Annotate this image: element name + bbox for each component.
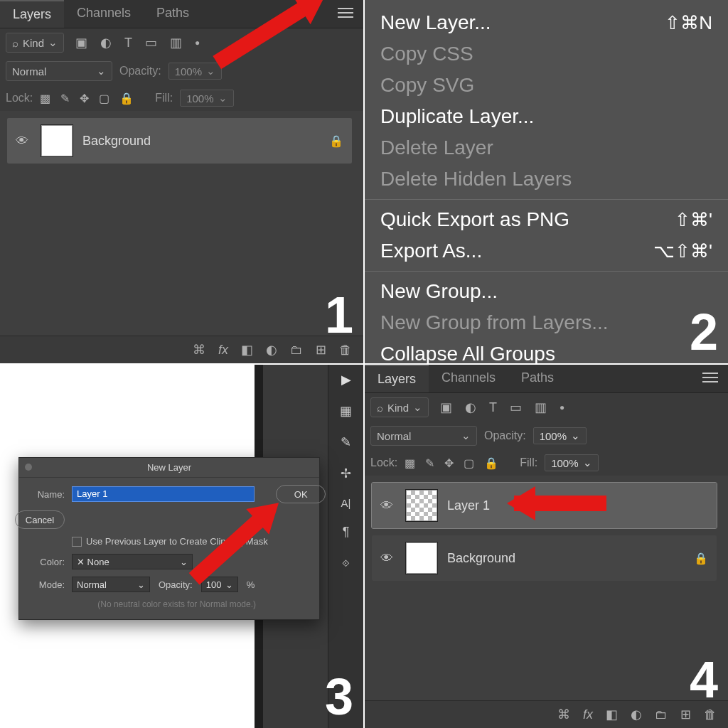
kind-filter[interactable]: ⌕Kind ⌄ (370, 397, 429, 417)
layer-name: Background (82, 134, 151, 149)
color-select[interactable]: ✕ None⌄ (72, 554, 193, 569)
lock-artboard-icon[interactable]: ▢ (464, 456, 474, 470)
dialog-footnote: (No neutral color exists for Normal mode… (28, 599, 326, 609)
dialog-opacity-field[interactable]: 100⌄ (201, 577, 238, 592)
menu-item[interactable]: New Group... (365, 276, 728, 307)
char-panel-icon[interactable]: A| (341, 497, 351, 509)
menu-item-label: Quick Export as PNG (380, 208, 569, 231)
close-icon[interactable] (25, 464, 32, 471)
menu-item: Copy CSS (365, 38, 728, 70)
lock-pixels-icon[interactable]: ✎ (60, 92, 70, 105)
type-filter-icon[interactable]: T (124, 35, 132, 50)
opacity-field[interactable]: 100%⌄ (168, 63, 222, 80)
chevron-down-icon: ⌄ (180, 557, 188, 567)
clone-icon[interactable]: ✢ (341, 466, 351, 481)
tab-paths[interactable]: Paths (508, 365, 567, 392)
layer-background-row[interactable]: 👁 Background 🔒 (7, 118, 352, 164)
menu-item-label: New Layer... (380, 11, 491, 34)
swatches-icon[interactable]: ▦ (340, 403, 352, 419)
layer-thumbnail[interactable] (406, 490, 437, 521)
step3-new-layer-dialog: ▶ ▦ ✎ ✢ A| ¶ ⟐ New Layer Name: Layer 1 O… (0, 365, 363, 728)
lock-transparency-icon[interactable]: ▩ (40, 92, 50, 105)
percent-label: % (247, 579, 255, 590)
link-layers-icon[interactable]: ⌘ (193, 342, 205, 358)
checkbox-icon[interactable] (72, 537, 82, 547)
fill-field[interactable]: 100%⌄ (180, 90, 233, 107)
mask-icon[interactable]: ◧ (606, 707, 618, 722)
cancel-button[interactable]: Cancel (15, 510, 65, 529)
layer-thumbnail[interactable] (41, 125, 73, 156)
measure-icon[interactable]: ⟐ (342, 555, 350, 570)
tab-layers[interactable]: Layers (365, 365, 429, 392)
smartobj-filter-icon[interactable]: ▥ (535, 400, 547, 415)
menu-item: Delete Layer (365, 132, 728, 164)
clipping-mask-checkbox[interactable]: Use Previous Layer to Create Clipping Ma… (72, 536, 326, 547)
menu-item-label: Delete Hidden Layers (380, 168, 572, 191)
lock-position-icon[interactable]: ✥ (80, 92, 89, 105)
lock-all-icon[interactable]: 🔒 (484, 456, 498, 470)
adjustment-layer-icon[interactable]: ◐ (631, 707, 642, 722)
menu-shortcut: ⌥⇧⌘' (653, 240, 712, 262)
lock-icon[interactable]: 🔒 (694, 552, 708, 565)
shape-filter-icon[interactable]: ▭ (145, 35, 157, 50)
trash-icon[interactable]: 🗑 (704, 707, 717, 722)
group-icon[interactable]: 🗀 (290, 342, 303, 358)
image-filter-icon[interactable]: ▣ (75, 35, 87, 50)
fx-icon[interactable]: fx (218, 342, 228, 358)
fx-icon[interactable]: fx (583, 707, 593, 722)
menu-item[interactable]: Collapse All Groups (365, 338, 728, 363)
kind-filter[interactable]: ⌕Kind ⌄ (6, 33, 64, 53)
mask-icon[interactable]: ◧ (241, 342, 253, 358)
group-icon[interactable]: 🗀 (655, 707, 668, 722)
type-filter-icon[interactable]: T (489, 400, 497, 415)
step-number: 4 (690, 654, 718, 705)
tab-channels[interactable]: Channels (429, 365, 508, 392)
tab-layers[interactable]: Layers (0, 0, 64, 28)
filter-toggle-icon[interactable]: ● (560, 400, 564, 415)
menu-item[interactable]: Duplicate Layer... (365, 101, 728, 132)
search-icon: ⌕ (377, 402, 383, 414)
menu-item[interactable]: Export As...⌥⇧⌘' (365, 235, 728, 267)
lock-artboard-icon[interactable]: ▢ (99, 92, 109, 105)
new-layer-icon[interactable]: ⊞ (680, 707, 691, 722)
lock-icon[interactable]: 🔒 (329, 134, 343, 148)
visibility-icon[interactable]: 👁 (380, 551, 393, 566)
filter-toggle-icon[interactable]: ● (195, 35, 200, 50)
lock-position-icon[interactable]: ✥ (444, 456, 454, 470)
adjustment-layer-icon[interactable]: ◐ (266, 342, 277, 358)
name-input[interactable]: Layer 1 (72, 486, 255, 502)
fill-label: Fill: (155, 92, 173, 105)
menu-item[interactable]: Quick Export as PNG⇧⌘' (365, 204, 728, 235)
opacity-field[interactable]: 100%⌄ (533, 427, 587, 444)
mode-select[interactable]: Normal⌄ (72, 577, 150, 592)
paragraph-icon[interactable]: ¶ (343, 525, 350, 540)
blend-mode-select[interactable]: Normal⌄ (6, 61, 112, 81)
smartobj-filter-icon[interactable]: ▥ (170, 35, 182, 50)
menu-item-label: Collapse All Groups (380, 343, 555, 363)
annotation-arrow (493, 496, 606, 511)
color-label: Color: (28, 557, 65, 567)
adjustment-filter-icon[interactable]: ◐ (100, 35, 112, 50)
adjustment-filter-icon[interactable]: ◐ (465, 400, 476, 415)
visibility-icon[interactable]: 👁 (16, 134, 28, 149)
layer-background-row[interactable]: 👁 Background 🔒 (372, 535, 717, 581)
blend-mode-select[interactable]: Normal⌄ (370, 426, 477, 446)
trash-icon[interactable]: 🗑 (339, 342, 352, 358)
menu-item[interactable]: New Layer...⇧⌘N (365, 7, 728, 38)
panel-menu-icon[interactable] (702, 365, 728, 392)
new-layer-icon[interactable]: ⊞ (316, 342, 326, 358)
lock-transparency-icon[interactable]: ▩ (405, 456, 415, 470)
brush-icon[interactable]: ✎ (341, 434, 351, 450)
menu-item-label: New Group from Layers... (380, 311, 609, 334)
lock-pixels-icon[interactable]: ✎ (425, 456, 434, 470)
layer-thumbnail[interactable] (406, 542, 437, 574)
lock-all-icon[interactable]: 🔒 (119, 92, 134, 105)
fill-field[interactable]: 100%⌄ (545, 454, 598, 471)
image-filter-icon[interactable]: ▣ (440, 400, 452, 415)
tab-channels[interactable]: Channels (64, 0, 144, 28)
shape-filter-icon[interactable]: ▭ (510, 400, 522, 415)
tab-paths[interactable]: Paths (144, 0, 202, 28)
link-layers-icon[interactable]: ⌘ (557, 707, 570, 722)
visibility-icon[interactable]: 👁 (380, 498, 393, 513)
play-icon[interactable]: ▶ (341, 372, 351, 387)
